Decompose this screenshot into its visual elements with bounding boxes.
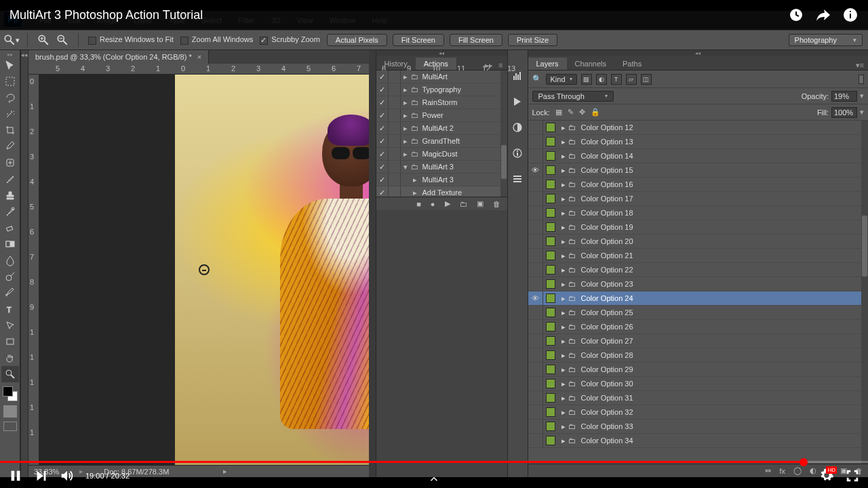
doc-scrollbar[interactable]	[369, 50, 376, 477]
panel-collapse[interactable]: ◂◂	[376, 50, 507, 56]
layer-row[interactable]: ▸🗀Color Option 31	[528, 391, 869, 405]
layer-name[interactable]: Color Option 17	[581, 195, 633, 203]
stop-icon[interactable]: ■	[416, 200, 421, 208]
disclosure-icon[interactable]: ▸	[559, 180, 568, 189]
tool-lasso[interactable]	[1, 89, 19, 106]
disclosure-icon[interactable]: ▸	[559, 337, 568, 346]
color-swatch[interactable]	[3, 386, 18, 401]
layer-row[interactable]: ▸🗀Color Option 32	[528, 405, 869, 420]
pause-button[interactable]	[8, 468, 23, 483]
visibility-icon[interactable]	[528, 320, 543, 333]
tool-pen[interactable]	[1, 285, 19, 301]
fill-slider-icon[interactable]: ▾	[860, 108, 864, 117]
layer-row[interactable]: ▸🗀Color Option 17	[528, 192, 869, 206]
visibility-icon[interactable]	[528, 135, 543, 148]
action-row[interactable]: ✓▸🗀MultiArt 2	[376, 122, 507, 135]
share-icon[interactable]	[815, 7, 831, 23]
tool-eyedropper[interactable]	[1, 138, 19, 155]
disclosure-icon[interactable]: ▸	[559, 280, 568, 289]
blend-mode-dropdown[interactable]: Pass Through	[532, 91, 614, 102]
layer-row[interactable]: ▸🗀Color Option 33	[528, 420, 869, 434]
layer-name[interactable]: Color Option 23	[581, 280, 633, 288]
progress-bar[interactable]	[0, 461, 868, 463]
watch-later-icon[interactable]	[788, 7, 804, 23]
layer-name[interactable]: Color Option 27	[581, 337, 633, 345]
layer-filter-kind[interactable]: Kind	[546, 74, 577, 85]
filter-shape-icon[interactable]: ▱	[626, 74, 637, 85]
resize-windows-checkbox[interactable]: Resize Windows to Fit	[88, 35, 174, 44]
action-row[interactable]: ✓▾🗀MultiArt 3	[376, 161, 507, 174]
tool-wand[interactable]	[1, 106, 19, 122]
layer-name[interactable]: Color Option 31	[581, 394, 633, 402]
visibility-icon[interactable]	[528, 263, 543, 277]
visibility-icon[interactable]	[528, 206, 543, 220]
actions-menu-icon[interactable]: ≡	[498, 61, 502, 70]
quick-mask-icon[interactable]	[3, 405, 17, 418]
layer-name[interactable]: Color Option 15	[581, 166, 633, 174]
layer-name[interactable]: Color Option 32	[581, 408, 633, 416]
visibility-icon[interactable]	[528, 334, 543, 348]
layers-collapse[interactable]: ◂◂	[528, 50, 869, 56]
zoom-tool-icon[interactable]: ▾	[5, 34, 18, 46]
layer-name[interactable]: Color Option 18	[581, 209, 633, 217]
paths-tab[interactable]: Paths	[614, 58, 650, 70]
layer-name[interactable]: Color Option 19	[581, 223, 633, 231]
layer-name[interactable]: Color Option 25	[581, 308, 633, 317]
tool-rectangle[interactable]	[1, 333, 19, 350]
tool-marquee[interactable]	[1, 73, 19, 89]
visibility-icon[interactable]	[528, 420, 543, 433]
opacity-input[interactable]	[831, 91, 857, 102]
settings-button[interactable]: HD	[819, 468, 834, 484]
zoom-all-checkbox[interactable]: Zoom All Windows	[180, 35, 253, 44]
volume-icon[interactable]	[60, 468, 75, 483]
layer-name[interactable]: Color Option 14	[581, 152, 633, 160]
filter-pixel-icon[interactable]: ▧	[581, 74, 592, 85]
disclosure-icon[interactable]: ▸	[559, 251, 568, 260]
visibility-icon[interactable]	[528, 348, 543, 362]
action-row[interactable]: ✓▸MultiArt 3	[376, 174, 507, 186]
theater-fullscreen-icon[interactable]	[845, 468, 860, 483]
tool-dodge[interactable]	[1, 268, 19, 285]
lock-pixels-icon[interactable]: ✎	[568, 108, 574, 117]
options-btn-fill-screen[interactable]: Fill Screen	[450, 34, 502, 46]
filter-smart-icon[interactable]: ◫	[641, 74, 652, 85]
tool-blur[interactable]	[1, 252, 19, 268]
layer-row[interactable]: ▸🗀Color Option 26	[528, 320, 869, 334]
disclosure-icon[interactable]: ▸	[559, 380, 568, 388]
new-set-icon[interactable]: 🗀	[460, 200, 467, 208]
layer-row[interactable]: ▸🗀Color Option 25	[528, 306, 869, 320]
tool-type[interactable]: T	[1, 301, 19, 317]
disclosure-icon[interactable]: ▸	[559, 351, 568, 360]
tool-healing[interactable]	[1, 155, 19, 171]
tool-stamp[interactable]	[1, 187, 19, 203]
visibility-icon[interactable]	[528, 178, 543, 191]
layer-name[interactable]: Color Option 20	[581, 237, 633, 245]
visibility-icon[interactable]	[528, 121, 543, 134]
layer-row[interactable]: ▸🗀Color Option 14	[528, 149, 869, 163]
layer-row[interactable]: ▸🗀Color Option 30	[528, 377, 869, 391]
layer-name[interactable]: Color Option 29	[581, 365, 633, 373]
visibility-icon[interactable]	[528, 220, 543, 234]
disclosure-icon[interactable]: ▸	[559, 294, 568, 303]
action-row[interactable]: ✓▸🗀Power	[376, 109, 507, 122]
action-row[interactable]: ✓▸Add Texture	[376, 186, 507, 197]
disclosure-icon[interactable]: ▸	[559, 237, 568, 246]
options-btn-print-size[interactable]: Print Size	[508, 34, 557, 46]
close-tab-icon[interactable]: ×	[197, 53, 201, 61]
zoom-out-icon[interactable]	[56, 34, 68, 46]
play-icon[interactable]: ▶	[445, 199, 450, 208]
workspace-dropdown[interactable]: Photography	[789, 34, 863, 46]
layers-menu-icon[interactable]: ▾≡	[856, 61, 864, 70]
layer-row[interactable]: ▸🗀Color Option 20	[528, 235, 869, 249]
tools-collapse[interactable]: ◂◂	[20, 50, 28, 477]
layer-row[interactable]: ▸🗀Color Option 34	[528, 434, 869, 448]
layer-name[interactable]: Color Option 12	[581, 123, 633, 131]
disclosure-icon[interactable]: ▸	[559, 195, 568, 203]
disclosure-icon[interactable]: ▸	[559, 266, 568, 274]
disclosure-icon[interactable]: ▸	[559, 394, 568, 403]
layer-row[interactable]: 👁▸🗀Color Option 15	[528, 163, 869, 178]
tool-history-brush[interactable]	[1, 203, 19, 220]
visibility-icon[interactable]	[528, 391, 543, 405]
visibility-icon[interactable]	[528, 306, 543, 319]
layer-name[interactable]: Color Option 21	[581, 251, 633, 260]
